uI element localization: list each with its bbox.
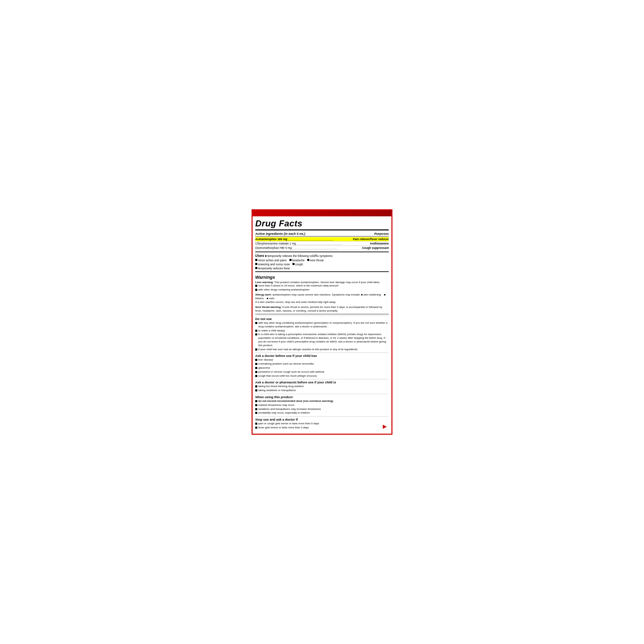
bullet-list-item: liver disease — [255, 358, 389, 362]
ingredient-dots: ........................................… — [297, 243, 369, 245]
uses-headache-text: headache — [292, 259, 305, 262]
bullet-list-item: glaucoma — [255, 366, 389, 370]
bullet-list-item: taking sedatives or tranquilizers — [255, 389, 389, 392]
bullet-icon — [255, 333, 257, 335]
stop-use-title: Stop use and ask a doctor if — [255, 418, 389, 421]
do-not-use-section: Do not use with any other drug containin… — [255, 316, 389, 351]
allergy-warning-text: Allergy alert: acetaminophen may cause s… — [255, 293, 389, 300]
bullet-icon — [255, 289, 257, 291]
uses-aches-text: minor aches and pains — [258, 259, 287, 262]
purposes-label: Purposes — [374, 232, 389, 235]
bullet-icon — [255, 259, 257, 261]
bullet-text: cough that occurs with too much phlegm (… — [258, 374, 317, 378]
bullet-list-item: sedatives and tranquilizers may increase… — [255, 408, 389, 411]
bullet-text: sedatives and tranquilizers may increase… — [258, 408, 321, 411]
top-decorative-bar — [253, 210, 391, 216]
bullet-icon — [255, 367, 257, 369]
warnings-section: Warnings Liver warning: This product con… — [255, 273, 389, 314]
active-ingredients-label: Active ingredients (in each 5 mL) — [255, 232, 305, 235]
liver-bullet-2-text: with other drugs containing acetaminophe… — [258, 288, 310, 292]
bullet-icon — [292, 263, 294, 265]
bullet-list-item: persistent or chronic cough such as occu… — [255, 370, 389, 374]
bullet-text: pain or cough gets worse or lasts more t… — [258, 422, 319, 426]
liver-bullet-2: with other drugs containing acetaminophe… — [255, 288, 389, 292]
bullet-icon — [255, 371, 257, 373]
bullet-list-item: cough that occurs with too much phlegm (… — [255, 374, 389, 378]
liver-warning-text: Liver warning: This product contains ace… — [255, 280, 389, 284]
bullet-list-item: do not exceed recommended dose (see over… — [255, 399, 389, 403]
bullet-list-item: taking the blood thinning drug warfarin — [255, 385, 389, 388]
uses-sorethroat-text: sore throat — [310, 259, 324, 262]
bullet-icon — [255, 348, 257, 351]
bullet-list-item: with any other drug containing acetamino… — [255, 321, 389, 329]
ingredient-row: Chlorpheniramine maleate 1 mg...........… — [255, 241, 389, 246]
bullet-icon — [255, 400, 257, 402]
bullet-icon — [255, 412, 257, 414]
uses-item-aches: minor aches and pains — [255, 259, 287, 262]
liver-bullet-1: more than 5 doses in 24 hours, which is … — [255, 284, 389, 288]
uses-cough-text: cough — [295, 263, 303, 266]
stop-use-items: pain or cough gets worse or lasts more t… — [255, 422, 389, 430]
sore-throat-label: Sore throat warning: — [255, 306, 281, 309]
bullet-text: persistent or chronic cough such as occu… — [258, 370, 324, 374]
bullet-icon — [255, 408, 257, 410]
bullet-list-item: if your child has ever had an allergic r… — [255, 348, 389, 352]
bullet-list-item: fever gets worse or lasts more than 3 da… — [255, 426, 389, 430]
bullet-icon — [255, 375, 257, 377]
ingredient-rows: Acetaminophen 160 mg....................… — [255, 237, 389, 250]
bullet-text: taking the blood thinning drug warfarin — [258, 385, 304, 388]
bullet-icon — [255, 267, 257, 269]
drug-facts-panel: Drug Facts Active ingredients (in each 5… — [252, 209, 392, 434]
ingredient-name: Dextromethorphan HBr 5 mg — [255, 246, 292, 250]
bullet-list-item: marked drowsiness may occur — [255, 404, 389, 407]
bullet-text: liver disease — [258, 358, 273, 362]
warnings-title: Warnings — [255, 275, 389, 280]
uses-item-sneezing: sneezing and runny nose — [255, 263, 290, 266]
do-not-use-items: with any other drug containing acetamino… — [255, 321, 389, 351]
ask-doctor-before-section: Ask a doctor before use if your child ha… — [255, 353, 389, 378]
do-not-use-title: Do not use — [255, 317, 389, 321]
uses-intro: ■ temporarily relieves the following col… — [265, 254, 333, 258]
drug-facts-title: Drug Facts — [255, 218, 389, 230]
bullet-icon — [307, 259, 309, 261]
uses-item-headache: headache — [289, 259, 305, 262]
bullet-icon — [255, 359, 257, 361]
bullet-icon — [255, 385, 257, 387]
bullet-icon — [255, 330, 257, 332]
ingredient-purpose: Cough suppressant — [362, 246, 389, 250]
ingredient-name: Acetaminophen 160 mg — [255, 237, 287, 241]
bullet-text: a breathing problem such as chronic bron… — [258, 362, 314, 366]
ask-doctor-items: liver diseasea breathing problem such as… — [255, 358, 389, 378]
bullet-list-item: to make a child sleepy — [255, 329, 389, 333]
bullet-text: glaucoma — [258, 366, 270, 370]
bullet-list-item: in a child who is taking a prescription … — [255, 333, 389, 347]
bullet-icon — [255, 263, 257, 265]
bullet-icon — [255, 322, 257, 324]
bullet-icon — [255, 423, 257, 425]
sore-throat-warning: Sore throat warning: if sore throat is s… — [255, 305, 389, 313]
uses-fever-text: temporarily reduces fever — [258, 267, 290, 270]
bullet-icon — [255, 404, 257, 406]
ask-doctor-pharmacist-title: Ask a doctor or pharmacist before use if… — [255, 380, 389, 384]
ask-doctor-before-title: Ask a doctor before use if your child ha… — [255, 354, 389, 358]
ingredient-name: Chlorpheniramine maleate 1 mg — [255, 242, 296, 245]
continue-arrow: ► — [381, 423, 388, 430]
bullet-text: to make a child sleepy — [258, 329, 285, 333]
uses-sneezing-text: sneezing and runny nose — [258, 263, 290, 266]
bullet-text: marked drowsiness may occur — [258, 404, 294, 407]
bullet-text: taking sedatives or tranquilizers — [258, 389, 296, 392]
uses-item-cough: cough — [292, 263, 303, 266]
liver-warning-body: This product contains acetaminophen. Sev… — [274, 281, 380, 284]
bullet-list-item: excitability may occur, especially in ch… — [255, 411, 389, 415]
bullet-text: in a child who is taking a prescription … — [258, 333, 389, 347]
bullet-text: with any other drug containing acetamino… — [258, 321, 389, 329]
bullet-icon — [255, 389, 257, 391]
bullet-list-item: pain or cough gets worse or lasts more t… — [255, 422, 389, 426]
stop-use-section: Stop use and ask a doctor if pain or cou… — [255, 416, 389, 430]
ingredient-purpose: Pain reliever/fever reducer — [353, 237, 389, 241]
uses-title: Uses — [255, 254, 264, 258]
ask-pharmacist-items: taking the blood thinning drug warfarint… — [255, 385, 389, 392]
when-using-items: do not exceed recommended dose (see over… — [255, 399, 389, 415]
ingredient-row: Dextromethorphan HBr 5 mg...............… — [255, 246, 389, 250]
when-using-title: When using this product — [255, 395, 389, 399]
